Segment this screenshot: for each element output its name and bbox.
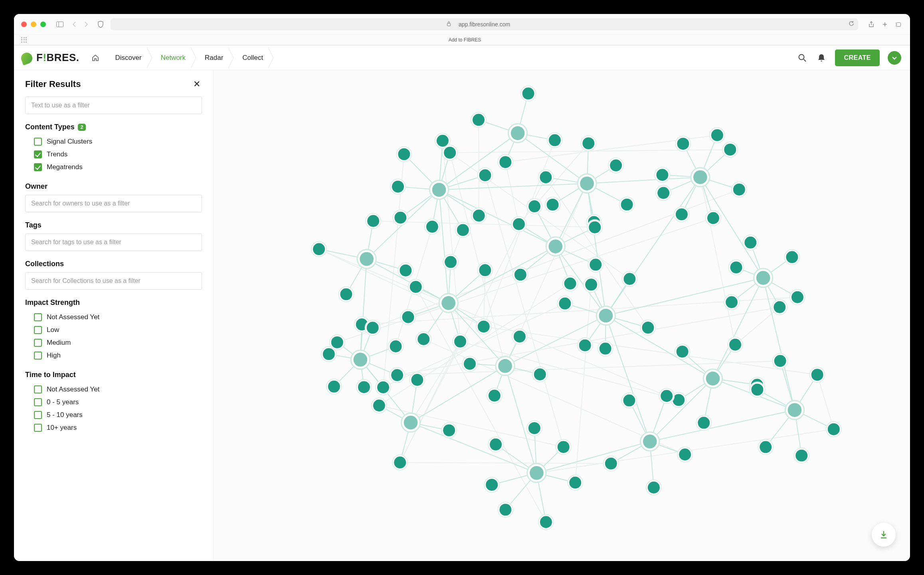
minimize-window-icon[interactable] — [31, 22, 36, 27]
graph-hub-node[interactable] — [496, 357, 514, 375]
graph-node[interactable] — [471, 112, 486, 127]
graph-node[interactable] — [498, 502, 513, 517]
graph-node[interactable] — [790, 290, 805, 305]
owner-filter-input[interactable] — [25, 195, 202, 212]
graph-node[interactable] — [608, 158, 623, 173]
graph-hub-node[interactable] — [351, 350, 370, 369]
graph-hub-node[interactable] — [439, 294, 458, 312]
create-button[interactable]: CREATE — [835, 49, 880, 66]
maximize-window-icon[interactable] — [40, 22, 46, 27]
bookmark-bar-item[interactable]: Add to FIBRES — [449, 37, 481, 43]
graph-hub-node[interactable] — [429, 180, 448, 199]
graph-node[interactable] — [338, 287, 354, 302]
checkbox-icon[interactable] — [34, 138, 42, 146]
tab-network[interactable]: Network — [152, 45, 196, 70]
checkbox-icon[interactable] — [34, 424, 42, 432]
graph-node[interactable] — [425, 219, 440, 234]
graph-node[interactable] — [326, 379, 342, 394]
graph-node[interactable] — [729, 260, 744, 275]
tab-collect[interactable]: Collect — [233, 45, 273, 70]
graph-node[interactable] — [659, 388, 674, 403]
graph-node[interactable] — [706, 211, 721, 226]
graph-node[interactable] — [487, 388, 502, 403]
text-filter-input[interactable] — [25, 97, 202, 114]
graph-hub-node[interactable] — [596, 306, 615, 325]
graph-node[interactable] — [532, 367, 548, 382]
close-icon[interactable]: ✕ — [192, 77, 202, 91]
back-icon[interactable] — [70, 20, 79, 29]
tab-radar[interactable]: Radar — [196, 45, 233, 70]
sidebar-toggle-icon[interactable] — [55, 20, 64, 29]
graph-node[interactable] — [728, 337, 743, 352]
graph-node[interactable] — [538, 170, 553, 185]
graph-node[interactable] — [453, 334, 468, 349]
graph-node[interactable] — [724, 294, 739, 310]
tab-discover[interactable]: Discover — [107, 45, 152, 70]
graph-node[interactable] — [743, 235, 758, 250]
graph-node[interactable] — [512, 329, 527, 344]
graph-node[interactable] — [390, 368, 405, 383]
refresh-icon[interactable] — [849, 21, 854, 28]
graph-node[interactable] — [393, 210, 408, 225]
graph-node[interactable] — [513, 267, 528, 282]
graph-node[interactable] — [588, 257, 603, 272]
graph-node[interactable] — [410, 372, 425, 387]
graph-node[interactable] — [677, 447, 693, 462]
graph-node[interactable] — [538, 514, 554, 530]
checkbox-icon[interactable] — [34, 398, 42, 406]
graph-node[interactable] — [578, 338, 593, 353]
graph-node[interactable] — [521, 86, 536, 101]
graph-node[interactable] — [547, 132, 562, 148]
graph-node[interactable] — [581, 136, 596, 151]
graph-node[interactable] — [656, 186, 671, 201]
new-tab-icon[interactable] — [880, 20, 889, 29]
graph-node[interactable] — [622, 393, 637, 408]
home-icon[interactable] — [90, 52, 101, 63]
graph-hub-node[interactable] — [546, 237, 565, 256]
checkbox-icon[interactable] — [34, 339, 42, 347]
graph-node[interactable] — [696, 415, 711, 431]
graph-node[interactable] — [584, 277, 599, 292]
graph-node[interactable] — [443, 255, 458, 270]
privacy-shield-icon[interactable] — [96, 20, 105, 29]
graph-hub-node[interactable] — [357, 249, 376, 268]
brand-logo[interactable]: F!BRES. — [20, 51, 87, 65]
time-to-impact-option[interactable]: 0 - 5 years — [25, 396, 202, 409]
checkbox-icon[interactable] — [34, 411, 42, 419]
impact-strength-option[interactable]: Medium — [25, 336, 202, 349]
collections-filter-input[interactable] — [25, 272, 202, 290]
graph-node[interactable] — [619, 197, 635, 212]
forward-icon[interactable] — [82, 20, 91, 29]
graph-node[interactable] — [442, 145, 457, 160]
graph-hub-node[interactable] — [508, 124, 527, 142]
content-type-option[interactable]: Megatrends — [25, 161, 202, 174]
impact-strength-option[interactable]: Low — [25, 324, 202, 336]
graph-node[interactable] — [366, 213, 381, 229]
graph-node[interactable] — [356, 379, 372, 395]
url-bar[interactable]: app.fibresonline.com — [111, 18, 858, 30]
graph-node[interactable] — [556, 439, 571, 454]
time-to-impact-option[interactable]: 5 - 10 years — [25, 409, 202, 421]
checkbox-icon[interactable] — [34, 150, 42, 158]
graph-node[interactable] — [462, 356, 477, 371]
graph-node[interactable] — [441, 423, 457, 438]
checkbox-icon[interactable] — [34, 385, 42, 393]
graph-node[interactable] — [646, 480, 661, 495]
tags-filter-input[interactable] — [25, 233, 202, 251]
graph-hub-node[interactable] — [527, 464, 546, 482]
graph-node[interactable] — [622, 271, 637, 287]
content-type-option[interactable]: Signal Clusters — [25, 135, 202, 148]
share-icon[interactable] — [867, 20, 876, 29]
graph-node[interactable] — [710, 128, 725, 143]
graph-node[interactable] — [401, 310, 416, 325]
graph-node[interactable] — [390, 179, 406, 194]
graph-node[interactable] — [476, 319, 491, 334]
checkbox-icon[interactable] — [34, 326, 42, 334]
graph-node[interactable] — [545, 197, 560, 212]
bell-icon[interactable] — [816, 52, 827, 63]
graph-node[interactable] — [527, 421, 542, 436]
graph-node[interactable] — [722, 142, 738, 157]
network-canvas[interactable] — [214, 70, 910, 561]
graph-hub-node[interactable] — [401, 413, 420, 432]
graph-node[interactable] — [365, 320, 380, 335]
